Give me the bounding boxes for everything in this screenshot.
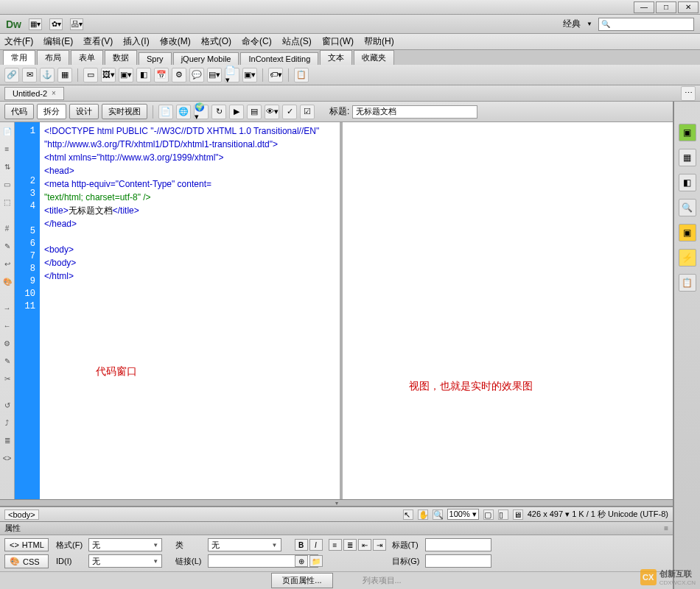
view-code-button[interactable]: 代码	[4, 104, 34, 119]
menu-site[interactable]: 站点(S)	[282, 35, 312, 48]
email-icon[interactable]: ✉	[22, 68, 37, 82]
options-icon[interactable]: ▤	[247, 105, 262, 119]
code-editor[interactable]: <!DOCTYPE html PUBLIC "-//W3C//DTD XHTML…	[40, 122, 340, 499]
menu-view[interactable]: 查看(V)	[83, 35, 113, 48]
anchor-icon[interactable]: ⚓	[40, 68, 55, 82]
zoom-select[interactable]: 100% ▾	[447, 509, 479, 520]
menu-format[interactable]: 格式(O)	[201, 35, 231, 48]
class-select[interactable]: 无▼	[208, 538, 281, 551]
doc-menu-icon[interactable]: ⋯	[681, 86, 696, 101]
tab-spry[interactable]: Spry	[139, 52, 172, 65]
menu-file[interactable]: 文件(F)	[4, 35, 33, 48]
wrap-tag-icon[interactable]: <>	[1, 452, 13, 464]
ap-elements-icon[interactable]: ▦	[679, 149, 696, 166]
workspace-switcher[interactable]: 经典	[563, 18, 581, 30]
include-icon[interactable]: 📋	[294, 68, 309, 82]
validate-icon[interactable]: ✓	[282, 105, 297, 119]
highlight-icon[interactable]: ✎	[1, 240, 13, 252]
close-button[interactable]: ✕	[678, 1, 699, 13]
code-pane[interactable]: 1 234 567891011 <!DOCTYPE html PUBLIC "-…	[15, 122, 343, 499]
snippets-icon[interactable]: ⚡	[679, 249, 696, 267]
title-attr-input[interactable]	[425, 538, 491, 551]
hyperlink-icon[interactable]: 🔗	[4, 68, 19, 82]
bold-button[interactable]: B	[295, 539, 308, 551]
server-icon[interactable]: ⚙	[172, 68, 186, 82]
italic-button[interactable]: I	[309, 539, 323, 551]
assets-icon[interactable]: ▣	[679, 224, 696, 241]
head-icon[interactable]: ▤▾	[207, 68, 222, 82]
apply-icon[interactable]: ✎	[1, 355, 13, 367]
menu-insert[interactable]: 插入(I)	[123, 35, 149, 48]
menu-help[interactable]: 帮助(H)	[364, 35, 394, 48]
hand-tool-icon[interactable]: ✋	[418, 509, 428, 520]
dropdown-icon[interactable]: ▼	[587, 21, 592, 27]
media-icon[interactable]: ▣▾	[119, 68, 133, 82]
visual-icon[interactable]: 👁▾	[265, 105, 279, 119]
search-box[interactable]: 🔍	[598, 18, 694, 31]
select-tool-icon[interactable]: ↖	[403, 509, 413, 520]
zoom-tool-icon[interactable]: 🔍	[433, 509, 443, 520]
menu-window[interactable]: 窗口(W)	[322, 35, 354, 48]
inspect-icon[interactable]: 🌐	[176, 105, 191, 119]
menu-modify[interactable]: 修改(M)	[160, 35, 191, 48]
title-input[interactable]	[352, 105, 477, 119]
files-icon[interactable]: 🔍	[679, 199, 696, 216]
point-to-file-icon[interactable]: ⊕	[295, 555, 308, 567]
menu-commands[interactable]: 命令(C)	[242, 35, 272, 48]
page-properties-button[interactable]: 页面属性...	[271, 573, 332, 588]
widget-icon[interactable]: ◧	[136, 68, 151, 82]
date-icon[interactable]: 📅	[154, 68, 169, 82]
move-icon[interactable]: ⤴	[1, 417, 13, 428]
remove-icon[interactable]: ✂	[1, 373, 13, 384]
table-icon[interactable]: ▦	[57, 68, 72, 82]
select-parent-icon[interactable]: ▭	[1, 178, 13, 190]
outdent-icon[interactable]: ←	[1, 320, 13, 331]
id-select[interactable]: 无▼	[88, 554, 162, 568]
panel-menu-icon[interactable]: ≡	[664, 524, 668, 532]
collapse-bar[interactable]: ▾	[0, 499, 673, 507]
site-icon[interactable]: 品▾	[70, 18, 83, 30]
menu-edit[interactable]: 编辑(E)	[43, 35, 73, 48]
browser-icon[interactable]: 🌍▾	[194, 105, 209, 119]
ol-button[interactable]: ≣	[343, 539, 357, 551]
tab-text[interactable]: 文本	[320, 50, 352, 65]
expand-icon[interactable]: ⇅	[1, 161, 13, 172]
view-design-button[interactable]: 设计	[69, 104, 99, 119]
format-icon[interactable]: ⚙	[1, 337, 13, 349]
window-size-icon[interactable]: ▢	[483, 509, 494, 520]
desktop-icon[interactable]: 🖥	[513, 509, 523, 520]
word-wrap-icon[interactable]: ↩	[1, 258, 13, 269]
check-icon[interactable]: ☑	[300, 105, 315, 119]
ul-button[interactable]: ≡	[329, 539, 342, 551]
extensions-icon[interactable]: ✿▾	[49, 18, 63, 30]
open-docs-icon[interactable]: 📄	[1, 125, 13, 137]
syntax-icon[interactable]: 🎨	[1, 275, 13, 287]
live-code-icon[interactable]: 📄	[158, 105, 173, 119]
image-icon[interactable]: 🖼▾	[101, 68, 116, 82]
html-mode-button[interactable]: <> HTML	[4, 538, 49, 551]
tab-jquery[interactable]: jQuery Mobile	[173, 52, 239, 65]
tab-common[interactable]: 常用	[3, 50, 35, 65]
tag-icon[interactable]: 🏷▾	[268, 68, 283, 82]
css-mode-button[interactable]: 🎨 CSS	[4, 554, 49, 568]
line-num-icon[interactable]: #	[1, 222, 13, 234]
design-pane[interactable]: 视图，也就是实时的效果图	[343, 122, 673, 499]
tablet-icon[interactable]: ▯	[498, 509, 508, 520]
css-styles-icon[interactable]: ▣	[679, 124, 696, 141]
template-icon[interactable]: ▣▾	[242, 68, 257, 82]
script-icon[interactable]: 📄▾	[225, 68, 239, 82]
tab-data[interactable]: 数据	[105, 50, 137, 65]
format-select[interactable]: 无▼	[88, 538, 162, 551]
collapse-icon[interactable]: ≡	[1, 143, 13, 155]
div-icon[interactable]: ▭	[83, 68, 98, 82]
close-tab-icon[interactable]: ×	[52, 89, 56, 97]
tab-favorites[interactable]: 收藏夹	[354, 50, 394, 65]
refresh-icon[interactable]: ↻	[211, 105, 226, 119]
balance-icon[interactable]: ⬚	[1, 196, 13, 208]
indent-icon[interactable]: →	[1, 302, 13, 314]
view-live-button[interactable]: 实时视图	[102, 104, 147, 119]
document-tab[interactable]: Untitled-2 ×	[4, 87, 64, 100]
outdent-button[interactable]: ⇤	[358, 539, 371, 551]
minimize-button[interactable]: —	[634, 1, 654, 13]
maximize-button[interactable]: □	[656, 1, 676, 13]
